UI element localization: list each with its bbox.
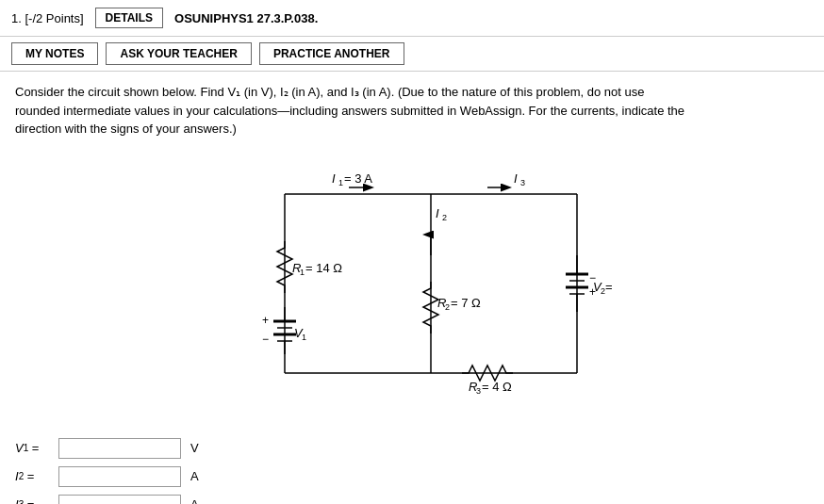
problem-text: Consider the circuit shown below. Find V…: [15, 83, 809, 138]
content-area: Consider the circuit shown below. Find V…: [0, 72, 824, 434]
i2-answer-label: I2 =: [15, 469, 53, 483]
r3-value: = 4 Ω: [482, 380, 512, 394]
i3-sub: 3: [520, 178, 525, 187]
v1-plus: +: [262, 314, 269, 327]
i1-label: I: [332, 171, 336, 186]
problem-line3: direction with the signs of your answers…: [15, 122, 237, 136]
nav-row: MY NOTES ASK YOUR TEACHER PRACTICE ANOTH…: [0, 37, 824, 72]
answer-row-i2: I2 = A: [15, 466, 809, 487]
practice-another-button[interactable]: PRACTICE ANOTHER: [259, 42, 404, 65]
i3-input[interactable]: [58, 495, 181, 505]
r2-sub: 2: [445, 302, 450, 312]
i1-sub: 1: [338, 178, 343, 187]
v1-minus: −: [262, 333, 269, 346]
problem-id: OSUNIPHYS1 27.3.P.038.: [174, 11, 318, 25]
i3-unit: A: [190, 497, 199, 504]
r1-value: = 14 Ω: [305, 261, 342, 275]
v1-sub: 1: [302, 333, 306, 342]
r1-sub: 1: [300, 268, 305, 277]
points-label: 1. [-/2 Points]: [11, 11, 84, 25]
details-button[interactable]: DETAILS: [95, 8, 163, 28]
i2-sub: 2: [442, 213, 447, 222]
header-row: 1. [-/2 Points] DETAILS OSUNIPHYS1 27.3.…: [0, 0, 824, 37]
i2-label: I: [436, 206, 439, 220]
answers-section: V1 = V I2 = A I3 = A: [0, 434, 824, 505]
v1-input[interactable]: [58, 438, 181, 459]
circuit-svg: I 1 = 3 A I 2 I 3 R 1 = 14 Ω R 2 = 7 Ω: [209, 152, 615, 406]
my-notes-button[interactable]: MY NOTES: [11, 42, 98, 65]
problem-line2: rounded intermediate values in your calc…: [15, 104, 684, 118]
answer-row-i3: I3 = A: [15, 495, 809, 505]
circuit-diagram: I 1 = 3 A I 2 I 3 R 1 = 14 Ω R 2 = 7 Ω: [15, 152, 809, 406]
r3-sub: 3: [476, 386, 481, 396]
problem-line1: Consider the circuit shown below. Find V…: [15, 85, 645, 99]
v1-unit: V: [190, 441, 199, 455]
i3-label: I: [514, 171, 518, 186]
i2-input[interactable]: [58, 466, 181, 487]
ask-teacher-button[interactable]: ASK YOUR TEACHER: [106, 42, 251, 65]
i3-answer-label: I3 =: [15, 497, 53, 504]
i2-unit: A: [190, 469, 199, 483]
v1-label: V1 =: [15, 441, 53, 455]
i1-value: = 3 A: [344, 171, 372, 186]
r2-value: = 7 Ω: [451, 296, 481, 310]
v2-value: = 16 V: [605, 280, 615, 294]
answer-row-v1: V1 = V: [15, 438, 809, 459]
